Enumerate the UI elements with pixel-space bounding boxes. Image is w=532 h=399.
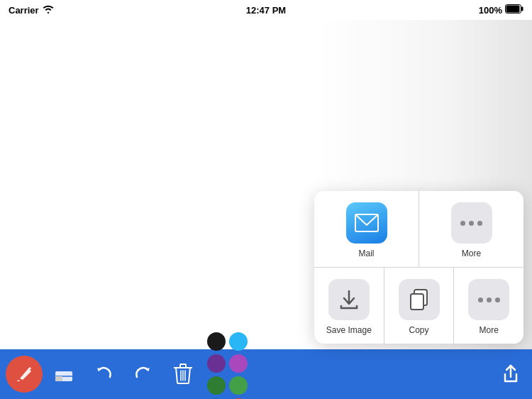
carrier-label: Carrier [9,5,39,16]
svg-rect-6 [411,294,423,310]
undo-button[interactable] [85,356,122,393]
color-dark-green[interactable] [207,376,226,395]
save-image-button[interactable]: Save Image [314,268,384,344]
eraser-tool-button[interactable] [45,356,82,393]
copy-label: Copy [409,325,429,335]
battery-icon [505,4,523,16]
more-top-button[interactable]: More [419,191,523,267]
save-image-icon [328,279,370,320]
status-time: 12:47 PM [246,5,286,16]
trash-button[interactable] [165,356,201,393]
dot3 [477,221,482,226]
battery-label: 100% [479,5,502,16]
color-black[interactable] [207,332,226,351]
mail-label: Mail [358,248,374,258]
share-button[interactable] [495,359,526,390]
color-cyan[interactable] [229,332,248,351]
popup-row-2: Save Image Copy More [314,268,523,344]
color-purple[interactable] [229,354,248,373]
status-right: 100% [479,4,523,16]
dot1 [460,221,465,226]
svg-rect-2 [521,7,523,11]
mail-icon [346,202,387,244]
more-top-label: More [462,248,481,258]
popup-row-1: Mail More [314,191,523,268]
dot6 [495,297,500,302]
more-top-icon [451,202,492,244]
color-swatches [207,332,248,400]
dot2 [469,221,474,226]
redo-button[interactable] [125,356,162,393]
copy-button[interactable]: Copy [384,268,455,344]
color-dark-purple[interactable] [207,354,226,373]
save-image-label: Save Image [326,325,372,335]
dot4 [478,297,483,302]
svg-rect-1 [506,6,520,13]
status-bar: Carrier 12:47 PM 100% [0,0,532,20]
copy-icon [399,279,440,320]
dot5 [487,297,492,302]
more-bottom-label: More [480,325,499,335]
more-bottom-button[interactable]: More [454,268,523,344]
color-green[interactable] [229,376,248,395]
share-popup: Mail More Save Image [314,191,523,344]
more-bottom-icon [468,279,509,320]
status-left: Carrier [9,5,54,16]
toolbar [0,349,532,399]
mail-button[interactable]: Mail [314,191,419,267]
wifi-icon [43,5,54,16]
pen-tool-button[interactable] [6,356,43,393]
